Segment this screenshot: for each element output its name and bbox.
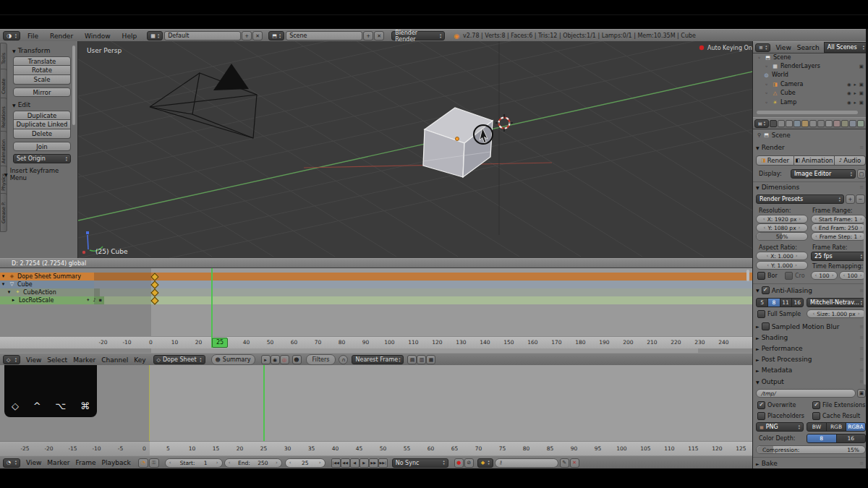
performance-panel-header[interactable]: ►Performance≡ (756, 345, 864, 352)
modifier-icon[interactable]: ✦ (86, 297, 90, 303)
join-button[interactable]: Join (13, 142, 71, 151)
disclosure-icon[interactable]: ◦ (763, 64, 770, 69)
outliner-scrollbar[interactable] (757, 111, 858, 114)
color-mode-segmented[interactable]: BWRGBRGBA (807, 422, 866, 432)
renderable-icon[interactable]: ▣ (859, 82, 864, 87)
full-sample-checkbox[interactable] (757, 310, 765, 318)
duplicate-button[interactable]: Duplicate (13, 111, 71, 120)
border-checkbox[interactable] (757, 272, 765, 280)
autokey-mode-button[interactable]: ⊘ (464, 458, 474, 468)
outliner-item-renderlayers[interactable]: ◦▦RenderLayers▣ (763, 63, 866, 69)
visibility-eye-icon[interactable]: ◉ (847, 90, 851, 96)
outliner-item-camera[interactable]: ◦◨Camera◉▸▣ (763, 81, 866, 87)
material-tab[interactable] (833, 120, 841, 127)
add-scene-button[interactable]: + (363, 31, 373, 40)
dopesheet-scrollbar[interactable] (746, 270, 749, 281)
aa-5[interactable]: 5 (757, 299, 768, 307)
menu-window[interactable]: Window (82, 33, 114, 40)
render-tab[interactable] (770, 120, 777, 127)
depth-16-option[interactable]: 16 (837, 435, 866, 442)
mirror-button[interactable]: Mirror (13, 87, 71, 97)
collapse-icon[interactable]: ▸ (10, 297, 17, 303)
timeline-editor-selector[interactable]: ◔▴▾ (3, 458, 20, 468)
rgba-option[interactable]: RGBA (846, 423, 865, 431)
disclosure-icon[interactable]: ◦ (763, 100, 770, 106)
selectable-icon[interactable]: ▸ (854, 100, 856, 106)
scene-field[interactable]: Scene (286, 31, 362, 40)
post-processing-panel-header[interactable]: ►Post Processing≡ (756, 356, 864, 363)
file-extensions-checkbox[interactable]: ✓ (812, 401, 820, 409)
aa-size-field[interactable]: Size: 1.000 px (807, 309, 866, 318)
transport-button[interactable]: |◀◀ (331, 458, 341, 468)
visibility-eye-icon[interactable]: ◉ (847, 82, 851, 87)
render-layers-tab[interactable] (778, 120, 785, 127)
sync-mode-dropdown[interactable]: No Sync▴▾ (392, 458, 448, 468)
physics-tab[interactable] (857, 120, 864, 127)
end-frame-field[interactable]: ‹End:250› (224, 458, 282, 468)
autokey-record-button[interactable]: ● (454, 458, 464, 468)
timeline-editor[interactable]: -25-20-15-10-505101520253035404550556065… (0, 365, 752, 455)
crop-checkbox[interactable] (785, 272, 793, 280)
display-dropdown[interactable]: Image Editor▴▾ (791, 169, 856, 179)
aa-8[interactable]: 8 (768, 299, 780, 307)
render-panel-header[interactable]: ▼Render≡ (756, 144, 864, 151)
aspect-y-field[interactable]: Y: 1.000 (756, 261, 808, 270)
end-frame-prop-field[interactable]: End Fram: 250 (811, 223, 866, 232)
disclosure-icon[interactable]: ◦ (763, 82, 770, 87)
add-preset-button[interactable]: + (846, 194, 855, 204)
editor-type-selector[interactable]: ◑▴▾ (3, 31, 20, 40)
channel-dope-sheet-summary[interactable]: ▾◈Dope Sheet Summary (0, 273, 94, 281)
disclosure-icon[interactable]: ◦ (756, 55, 762, 61)
insert-keyframe-button[interactable]: ✎ (560, 458, 569, 468)
transport-button[interactable]: ◀ (350, 458, 359, 468)
transport-button[interactable]: ▶ (359, 458, 369, 468)
renderable-icon[interactable]: ▣ (859, 100, 864, 106)
antialiasing-checkbox[interactable]: ✓ (762, 286, 770, 294)
file-extensions-row[interactable]: ✓File Extensions (812, 401, 865, 409)
remap-old-field[interactable]: 100 (811, 271, 838, 280)
transform-panel-header[interactable]: ▼Transform (12, 47, 50, 54)
current-frame-field[interactable]: ‹25› (285, 458, 326, 468)
texture-tab[interactable] (841, 120, 848, 127)
menu-help[interactable]: Help (119, 33, 140, 40)
set-origin-dropdown[interactable]: Set Origin▴▾ (13, 154, 71, 163)
start-frame-prop-field[interactable]: Start Frame: 1 (811, 215, 866, 223)
outliner-item-scene[interactable]: ◦⬒Scene (756, 54, 866, 61)
ds-menu-select[interactable]: Select (44, 356, 70, 364)
output-panel-header[interactable]: ▼Output≡ (756, 378, 864, 385)
resolution-percentage-slider[interactable]: 50% (756, 232, 808, 241)
pin-icon[interactable]: ⚲ (757, 132, 761, 138)
outliner-item-lamp[interactable]: ◦☀Lamp◉▸▣ (763, 99, 866, 106)
add-layout-button[interactable]: + (242, 31, 252, 40)
summary-toggle[interactable]: ☻Summary (211, 354, 255, 365)
translate-button[interactable]: Translate (13, 56, 71, 66)
selectable-icon[interactable]: ▸ (854, 82, 856, 87)
ds-menu-channel[interactable]: Channel (98, 356, 131, 364)
motion-blur-checkbox[interactable] (762, 322, 770, 330)
channel-cube[interactable]: ▾▽Cube (0, 281, 94, 288)
show-hidden-icon-button[interactable]: ◉ (271, 355, 280, 364)
ghost-filter-icon-button[interactable]: ☻ (292, 355, 302, 364)
bw-option[interactable]: BW (807, 423, 827, 431)
delete-button[interactable]: Delete (13, 129, 71, 139)
menu-file[interactable]: File (25, 33, 41, 40)
paste-keyframes-button[interactable]: ▥ (417, 355, 426, 364)
remap-new-field[interactable]: 100 (839, 271, 866, 280)
tab-grease-pencil[interactable]: Grease P. (0, 193, 7, 232)
duplicate-linked-button[interactable]: Duplicate Linked (13, 120, 71, 129)
world-tab[interactable] (793, 120, 801, 127)
expand-icon[interactable]: ▾ (0, 273, 7, 279)
transport-button[interactable]: ▶▶| (378, 458, 388, 468)
viewport-3d[interactable]: User Persp Auto Keying On (25) Cube (78, 41, 756, 258)
rotate-button[interactable]: Rotate (13, 66, 71, 75)
sampled-motion-blur-header[interactable]: ►Sampled Motion Blur≡ (756, 322, 864, 330)
scene-icon-button[interactable]: ⬒▴▾ (268, 31, 284, 40)
keying-set-type-dropdown[interactable]: ◆▴▾ (477, 458, 493, 468)
animation-button[interactable]: ◧Animation (794, 155, 835, 166)
output-path-field[interactable]: /tmp/ (756, 389, 856, 398)
outliner-editor-selector[interactable]: ≡▴▾ (755, 43, 770, 52)
border-checkbox-row[interactable]: Bor (757, 272, 778, 280)
particles-tab[interactable] (849, 120, 856, 127)
shading-panel-header[interactable]: ►Shading≡ (756, 334, 864, 341)
insert-keyframe-panel-header[interactable]: ▼Insert Keyframe Menu (4, 167, 77, 181)
